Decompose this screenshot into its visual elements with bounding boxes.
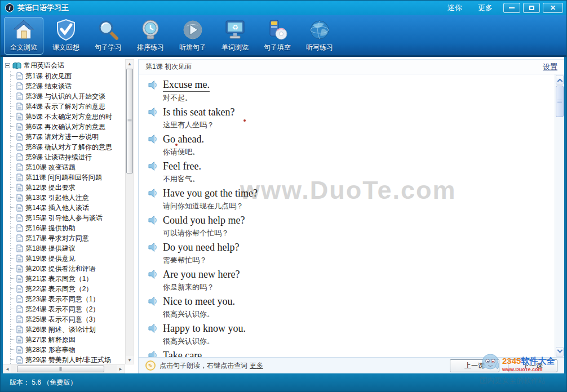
- content-scrollbar[interactable]: [555, 74, 564, 357]
- speaker-icon[interactable]: [148, 269, 158, 279]
- speaker-icon[interactable]: [148, 296, 158, 306]
- sidebar-lesson-item[interactable]: 第17课 寻求对方同意: [10, 233, 125, 243]
- mini-mode-button[interactable]: 迷你: [448, 3, 462, 13]
- sidebar-lesson-item[interactable]: 第25课 表示不同意（3）: [10, 314, 125, 324]
- toolbar-item-monitor-recycle[interactable]: ♻ 单词浏览: [215, 17, 255, 55]
- sentence-english[interactable]: Excuse me.: [163, 79, 210, 92]
- sentence-item[interactable]: Go ahead. 你请便吧。: [148, 132, 542, 159]
- sentence-english[interactable]: Is this seat taken?: [163, 106, 234, 118]
- tree-horizontal-scrollbar[interactable]: ◄ ►: [3, 364, 125, 373]
- sidebar-lesson-item[interactable]: 第12课 提出要求: [10, 182, 125, 193]
- sidebar-lesson-item[interactable]: 第9课 让谈话持续进行: [10, 152, 125, 162]
- sentence-item[interactable]: Nice to meet you. 很高兴认识你。: [148, 294, 542, 321]
- sidebar-lesson-item[interactable]: 第19课 提供意见: [10, 253, 125, 264]
- toolbar-item-magnifier[interactable]: 句子学习: [88, 17, 128, 55]
- collapse-expander-icon[interactable]: [5, 63, 10, 68]
- sentence-item[interactable]: Is this seat taken? 这里有人坐吗？: [148, 105, 542, 132]
- toolbar-item-play-sphere[interactable]: 听辨句子: [173, 17, 212, 55]
- document-icon: [16, 173, 23, 181]
- lesson-label: 第11课 问问题和回答问题: [25, 173, 102, 182]
- tree-vscroll-thumb[interactable]: [126, 69, 133, 173]
- sidebar-lesson-item[interactable]: 第8课 确认对方了解你的意思: [10, 142, 125, 152]
- footer-more-link[interactable]: 更多: [250, 361, 263, 371]
- sentence-english[interactable]: Are you new here?: [163, 269, 240, 280]
- scroll-up-icon[interactable]: ▲: [126, 60, 134, 68]
- sidebar-lesson-item[interactable]: 第11课 问问题和回答问题: [10, 172, 125, 182]
- sidebar-lesson-item[interactable]: 第18课 提供建议: [10, 243, 125, 253]
- speaker-icon[interactable]: [148, 134, 158, 144]
- sentence-item[interactable]: Happy to know you. 很高兴认识你。: [148, 321, 542, 348]
- sentence-english[interactable]: Have you got the time?: [163, 188, 258, 199]
- speaker-icon[interactable]: [148, 161, 158, 171]
- shield-check-icon: [55, 19, 77, 41]
- scroll-down-icon[interactable]: ▼: [126, 356, 134, 364]
- sidebar-lesson-item[interactable]: 第27课 解释原因: [10, 335, 125, 345]
- sentence-item[interactable]: Have you got the time? 请问你知道现在几点吗？: [148, 186, 542, 213]
- tree-hscroll-thumb[interactable]: [17, 366, 104, 372]
- sidebar-lesson-item[interactable]: 第3课 与认识的人开始交谈: [10, 91, 125, 101]
- sentence-english[interactable]: Do you need help?: [163, 242, 239, 253]
- content-scroll-down-button[interactable]: [556, 347, 564, 357]
- toolbar-item-shield-check[interactable]: 课文回想: [46, 17, 86, 55]
- sidebar-lesson-item[interactable]: 第28课 形容事物: [10, 345, 125, 355]
- tree-root-node[interactable]: 常用英语会话: [5, 60, 125, 71]
- sidebar-lesson-item[interactable]: 第21课 表示同意（1）: [10, 274, 125, 284]
- minimize-button[interactable]: [503, 3, 520, 13]
- sentence-item[interactable]: Take care.: [148, 348, 542, 357]
- maximize-button[interactable]: [523, 3, 540, 13]
- sidebar-lesson-item[interactable]: 第23课 表示不同意（1）: [10, 294, 125, 304]
- document-icon: [16, 326, 23, 333]
- sidebar-lesson-item[interactable]: 第16课 提供协助: [10, 223, 125, 233]
- sentence-english[interactable]: Feel free.: [163, 161, 201, 172]
- tree-vertical-scrollbar[interactable]: ▲ ▼: [125, 59, 134, 364]
- sentence-english[interactable]: Nice to meet you.: [163, 296, 235, 308]
- close-button[interactable]: ✕: [543, 3, 563, 13]
- more-menu-button[interactable]: 更多: [478, 3, 493, 13]
- sentence-english[interactable]: Could you help me?: [163, 215, 245, 226]
- toolbar-item-card-disc[interactable]: 句子填空: [258, 17, 297, 55]
- speaker-icon[interactable]: [148, 188, 158, 198]
- sidebar-lesson-item[interactable]: 第4课 表示了解对方的意思: [10, 101, 125, 112]
- prev-lesson-button[interactable]: 上一课: [450, 359, 499, 372]
- speaker-icon[interactable]: [148, 242, 158, 252]
- speaker-icon[interactable]: [148, 215, 158, 225]
- sidebar-lesson-item[interactable]: 第7课 请对方进一步说明: [10, 132, 125, 142]
- speaker-icon[interactable]: [148, 350, 158, 357]
- toolbar-item-globe[interactable]: 听写练习: [300, 17, 339, 55]
- scroll-left-icon[interactable]: ◄: [3, 365, 11, 373]
- sidebar-lesson-item[interactable]: 第13课 引起他人注意: [10, 193, 125, 203]
- sidebar-lesson-item[interactable]: 第15课 引导他人参与谈话: [10, 213, 125, 223]
- sidebar-lesson-item[interactable]: 第10课 改变话题: [10, 162, 125, 172]
- speaker-icon[interactable]: [148, 80, 158, 90]
- toolbar-item-home[interactable]: 全文浏览: [4, 17, 43, 55]
- sidebar-lesson-item[interactable]: 第2课 结束谈话: [10, 81, 125, 91]
- sentence-item[interactable]: Do you need help? 需要帮忙吗？: [148, 240, 542, 267]
- sidebar-lesson-item[interactable]: 第22课 表示同意（2）: [10, 284, 125, 294]
- sidebar-lesson-item[interactable]: 第24课 表示不同意（2）: [10, 304, 125, 314]
- sentence-chinese: 需要帮忙吗？: [163, 255, 542, 267]
- speaker-icon[interactable]: [148, 107, 158, 117]
- sentence-english[interactable]: Go ahead.: [163, 133, 204, 145]
- next-lesson-button[interactable]: 下一课: [508, 359, 557, 372]
- sentence-item[interactable]: Excuse me. 对不起。: [148, 78, 542, 105]
- scroll-right-icon[interactable]: ►: [117, 365, 125, 373]
- sidebar-lesson-item[interactable]: 第29课 赞美别人时/非正式场: [10, 355, 125, 364]
- sentence-chinese: 不用客气。: [163, 173, 542, 186]
- settings-link[interactable]: 设置: [543, 62, 557, 72]
- sidebar-lesson-item[interactable]: 第20课 提供看法和评语: [10, 264, 125, 274]
- sidebar-lesson-item[interactable]: 第5课 不太确定对方意思的时: [10, 112, 125, 122]
- content-body: www.DuoTe.com Excuse me. 对不起。 Is this se…: [139, 74, 564, 357]
- sentence-english[interactable]: Happy to know you.: [163, 323, 246, 335]
- sidebar-lesson-item[interactable]: 第26课 阐述、谈论计划: [10, 324, 125, 335]
- toolbar-item-clock[interactable]: 排序练习: [131, 17, 170, 55]
- content-scroll-thumb[interactable]: [556, 86, 564, 117]
- speaker-icon[interactable]: [148, 323, 158, 333]
- sidebar-lesson-item[interactable]: 第14课 插入他人谈话: [10, 203, 125, 213]
- sidebar-lesson-item[interactable]: 第1课 初次见面: [10, 71, 125, 81]
- sentence-item[interactable]: Are you new here? 你是新来的吗？: [148, 267, 542, 294]
- sentence-item[interactable]: Could you help me? 可以请你帮个忙吗？: [148, 213, 542, 240]
- sentence-english[interactable]: Take care.: [163, 350, 205, 358]
- sentence-item[interactable]: Feel free. 不用客气。: [148, 159, 542, 186]
- sidebar-lesson-item[interactable]: 第6课 再次确认对方的意思: [10, 122, 125, 132]
- content-scroll-up-button[interactable]: [556, 75, 564, 84]
